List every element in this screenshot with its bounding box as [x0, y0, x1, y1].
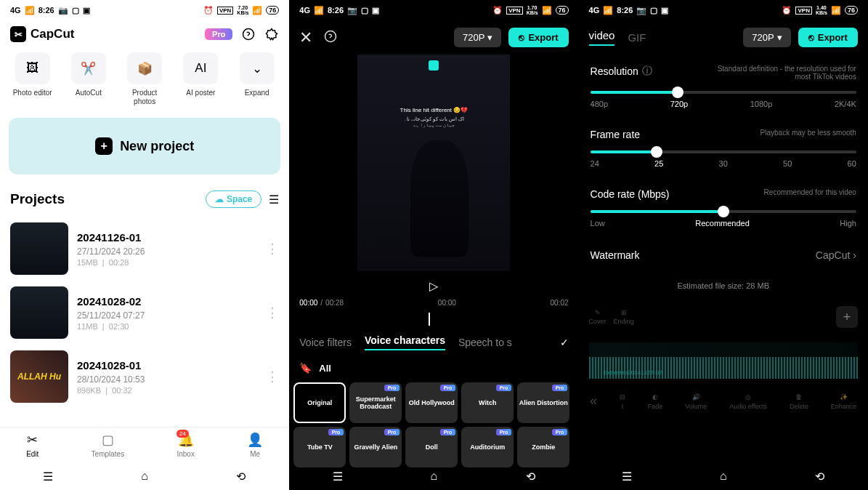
- project-item[interactable]: ALLAH Hu 20241028-01 28/10/2024 10:53 89…: [10, 345, 279, 409]
- help-icon[interactable]: [241, 27, 256, 41]
- check-icon[interactable]: ✓: [560, 337, 569, 348]
- cloud-icon: ☁: [215, 194, 224, 204]
- voice-doll[interactable]: ProDoll: [405, 427, 458, 467]
- android-home[interactable]: ⌂: [715, 468, 731, 484]
- settings-icon[interactable]: [264, 27, 279, 41]
- space-button[interactable]: ☁Space: [206, 190, 261, 208]
- tab-voice-characters[interactable]: Voice characters: [365, 334, 445, 350]
- more-icon[interactable]: ⋮: [266, 369, 279, 385]
- project-thumbnail: [10, 286, 68, 339]
- resolution-label: Resolutionⓘ: [591, 65, 652, 78]
- video-preview[interactable]: This line hit different 😔💔 اک اس بات کو …: [357, 55, 510, 271]
- volume-tool[interactable]: 🔊Volume: [685, 393, 707, 410]
- chevron-down-icon: ▾: [777, 32, 782, 43]
- voice-tube-tv[interactable]: ProTube TV: [293, 427, 346, 467]
- android-home[interactable]: ⌂: [137, 468, 153, 484]
- cover-tool[interactable]: ✎Cover: [589, 309, 607, 325]
- voice-supermarket[interactable]: ProSupermarket Broadcast: [349, 382, 402, 423]
- project-thumbnail: [10, 222, 68, 275]
- android-back[interactable]: ⟲: [812, 468, 828, 484]
- more-icon[interactable]: ⋮: [266, 305, 279, 321]
- android-menu[interactable]: ☰: [40, 468, 56, 484]
- tab-speech-to-song[interactable]: Speech to s: [458, 337, 512, 348]
- expand-tool[interactable]: ⌄Expand: [233, 52, 281, 106]
- voice-old-hollywood[interactable]: ProOld Hollywood: [405, 382, 458, 423]
- photo-editor-tool[interactable]: 🖼Photo editor: [9, 52, 57, 106]
- ending-tool[interactable]: ⊞Ending: [614, 309, 634, 325]
- status-bar: 4G📶8:26📷▢▣ ⏰VPN1.70KB/s📶76: [289, 0, 578, 20]
- android-back[interactable]: ⟲: [522, 468, 538, 484]
- app-title: CapCut: [31, 27, 74, 41]
- capcut-watermark-icon: [429, 60, 439, 71]
- nav-me[interactable]: 👤Me: [247, 432, 263, 458]
- watermark-row[interactable]: Watermark CapCut ›: [579, 238, 868, 273]
- more-icon[interactable]: ⋮: [266, 241, 279, 257]
- android-menu[interactable]: ☰: [619, 468, 635, 484]
- voice-grid: Original ProSupermarket Broadcast ProOld…: [289, 378, 578, 472]
- fade-icon: ◐: [652, 393, 658, 401]
- pro-badge[interactable]: Pro: [205, 28, 232, 40]
- voice-auditorium[interactable]: ProAuditorium: [461, 427, 514, 467]
- tab-video[interactable]: video: [589, 29, 615, 46]
- plus-icon: +: [95, 137, 113, 155]
- android-home[interactable]: ⌂: [426, 468, 442, 484]
- audio-waveform[interactable]: Extracted20241127-02: [589, 342, 858, 379]
- voice-zombie[interactable]: ProZombie: [517, 427, 569, 467]
- resolution-slider[interactable]: [591, 91, 856, 94]
- product-photos-tool[interactable]: 📦Product photos: [121, 52, 169, 106]
- voice-gravelly-alien[interactable]: ProGravelly Alien: [349, 427, 402, 467]
- add-button[interactable]: +: [836, 306, 858, 328]
- fade-tool[interactable]: ◐Fade: [648, 393, 663, 410]
- tab-gif[interactable]: GIF: [628, 31, 646, 44]
- all-filter[interactable]: All: [319, 363, 331, 374]
- project-item[interactable]: 20241126-01 27/11/2024 20:26 15MB | 00:2…: [10, 217, 279, 281]
- export-button[interactable]: ⎋Export: [508, 28, 568, 47]
- resolution-dropdown[interactable]: 720P▾: [743, 28, 790, 47]
- scissors-icon: ✂: [27, 432, 38, 448]
- nav-templates[interactable]: ▢Templates: [92, 432, 125, 458]
- bottom-nav: ✂Edit ▢Templates 24🔔Inbox 👤Me: [0, 427, 289, 462]
- coderate-slider[interactable]: [591, 210, 856, 213]
- tool-row: 🖼Photo editor ✂️AutoCut 📦Product photos …: [0, 48, 289, 111]
- enhance-tool[interactable]: ✨Enhance: [831, 393, 857, 410]
- voice-alien-distortion[interactable]: ProAlien Distortion: [517, 382, 569, 423]
- delete-tool[interactable]: 🗑Delete: [790, 393, 808, 410]
- ai-poster-tool[interactable]: AIAI poster: [177, 52, 224, 106]
- estimated-size: Estimated file size: 28 MB: [579, 273, 868, 299]
- status-bar: 4G📶8:26📷▢▣ ⏰VPN1.40KB/s📶76: [579, 0, 868, 20]
- new-project-button[interactable]: + New project: [9, 118, 280, 174]
- nav-edit[interactable]: ✂Edit: [26, 432, 38, 458]
- sort-icon[interactable]: ☰: [269, 193, 279, 206]
- status-bar: 4G📶8:26📷▢▣ ⏰VPN7.20KB/s📶76: [0, 0, 289, 20]
- framerate-slider[interactable]: [591, 150, 856, 153]
- capcut-logo-icon: ✂: [10, 26, 26, 42]
- chevron-left-icon: «: [590, 393, 597, 409]
- android-menu[interactable]: ☰: [330, 468, 346, 484]
- person-icon: 👤: [247, 432, 263, 448]
- coderate-label: Code rate (Mbps): [591, 188, 670, 200]
- android-back[interactable]: ⟲: [233, 468, 249, 484]
- enhance-icon: ✨: [840, 393, 848, 401]
- projects-title: Projects: [10, 191, 65, 207]
- nav-inbox[interactable]: 24🔔Inbox: [177, 432, 194, 458]
- voice-witch[interactable]: ProWitch: [461, 382, 514, 423]
- templates-icon: ▢: [102, 432, 114, 448]
- tab-voice-filters[interactable]: Voice filters: [299, 337, 352, 348]
- audio-effects-tool[interactable]: ◎Audio effects: [729, 393, 767, 410]
- back-tool[interactable]: «: [590, 393, 597, 410]
- voice-original[interactable]: Original: [293, 382, 346, 423]
- split-tool[interactable]: ⊟t: [620, 393, 625, 410]
- bookmark-icon[interactable]: 🔖: [299, 362, 312, 374]
- play-icon[interactable]: ▷: [429, 279, 438, 293]
- export-button[interactable]: ⎋Export: [798, 28, 858, 47]
- playhead[interactable]: [429, 313, 430, 326]
- project-item[interactable]: 20241028-02 25/11/2024 07:27 11MB | 02:3…: [10, 281, 279, 345]
- export-icon: ⎋: [808, 32, 814, 43]
- close-icon[interactable]: ✕: [299, 28, 312, 47]
- app-header: ✂ CapCut Pro: [0, 20, 289, 48]
- resolution-dropdown[interactable]: 720P▾: [454, 28, 501, 47]
- autocut-tool[interactable]: ✂️AutoCut: [65, 52, 113, 106]
- help-icon[interactable]: [324, 30, 337, 46]
- info-icon[interactable]: ⓘ: [642, 65, 652, 78]
- timeline-track[interactable]: [299, 313, 568, 327]
